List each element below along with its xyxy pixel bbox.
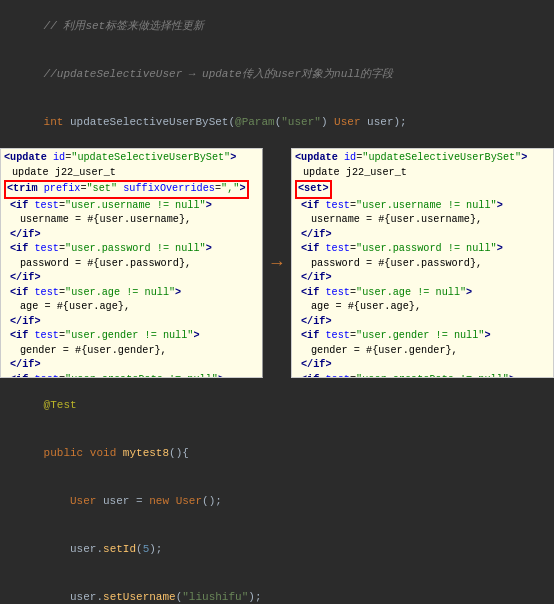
- method-sig-line: public void mytest8(){: [4, 429, 550, 477]
- left-update-table: update j22_user_t: [4, 166, 259, 181]
- arrow-area: →: [263, 148, 291, 378]
- code-container: // 利用set标签来做选择性更新 //updateSelectiveUser …: [0, 0, 554, 604]
- code-line-3: user.setUsername("liushifu");: [4, 573, 550, 604]
- right-update-tag: <update id="updateSelectiveUserBySet">: [295, 151, 550, 166]
- left-pane: <update id="updateSelectiveUserBySet"> u…: [0, 148, 263, 378]
- right-set-tag: <set>: [295, 180, 550, 199]
- comment-section: // 利用set标签来做选择性更新 //updateSelectiveUser …: [0, 0, 554, 148]
- comment-line-1: // 利用set标签来做选择性更新: [4, 2, 550, 50]
- split-comparison: <update id="updateSelectiveUserBySet"> u…: [0, 148, 554, 378]
- code-line-2: user.setId(5);: [4, 525, 550, 573]
- right-arrow-icon: →: [272, 253, 283, 273]
- annotation-line: @Test: [4, 381, 550, 429]
- code-line-1: User user = new User();: [4, 477, 550, 525]
- func-line: int updateSelectiveUserBySet(@Param("use…: [4, 98, 550, 146]
- comment-line-2: //updateSelectiveUser → update传入的user对象为…: [4, 50, 550, 98]
- right-update-table: update j22_user_t: [295, 166, 550, 181]
- left-trim-tag: <trim prefix="set" suffixOverrides=",">: [4, 180, 259, 199]
- right-pane: <update id="updateSelectiveUserBySet"> u…: [291, 148, 554, 378]
- bottom-code-section: @Test public void mytest8(){ User user =…: [0, 378, 554, 604]
- left-update-tag: <update id="updateSelectiveUserBySet">: [4, 151, 259, 166]
